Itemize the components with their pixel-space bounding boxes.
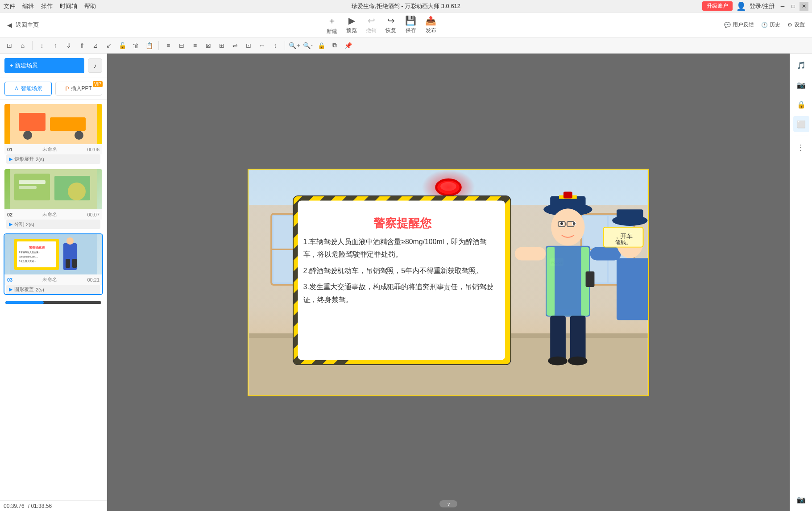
canvas-wrapper[interactable]: 警察提醒您 1.车辆驾驶人员血液中酒精含量≥80mg/100ml，即为醉酒驾车，… (107, 54, 790, 511)
feedback-button[interactable]: 💬 用户反馈 (724, 21, 754, 29)
t2-copy2[interactable]: ⧉ (329, 40, 340, 51)
preview-label: 预览 (346, 27, 357, 34)
t2-align-center[interactable]: ⊟ (176, 40, 187, 51)
t2-valign[interactable]: ⊠ (203, 40, 214, 51)
close-button[interactable]: ✕ (800, 2, 808, 11)
undo-button[interactable]: ↩ 撤销 (366, 15, 377, 34)
save-button[interactable]: 💾 保存 (405, 15, 416, 34)
scene01-duration: 00:06 (87, 147, 99, 152)
rs-camera-btn[interactable]: 📷 (793, 77, 809, 93)
t2-lock2[interactable]: 🔒 (315, 40, 327, 51)
rs-music-btn[interactable]: 🎵 (793, 57, 809, 73)
new-icon: ＋ (327, 15, 336, 27)
t2-paste[interactable]: 📌 (342, 40, 354, 51)
t2-align1[interactable]: ⊿ (90, 40, 101, 51)
menu-file[interactable]: 文件 (4, 2, 15, 10)
new-button[interactable]: ＋ 新建 (327, 15, 337, 35)
t2-zoom-out[interactable]: 🔍- (302, 40, 314, 51)
scene01-name: 未命名 (42, 146, 57, 153)
insert-ppt-label: 插入PPT (71, 85, 92, 92)
scene02-transition-duration: 2(s) (26, 222, 34, 227)
feedback-icon: 💬 (724, 22, 731, 28)
menu-right: 升级账户 👤 登录/注册 ─ □ ✕ (702, 1, 808, 11)
save-label: 保存 (406, 27, 416, 34)
history-label: 历史 (770, 21, 780, 29)
minimize-button[interactable]: ─ (778, 2, 787, 11)
rs-lock-btn[interactable]: 🔒 (793, 96, 809, 112)
svg-point-10 (68, 183, 86, 200)
t2-delete-btn[interactable]: 🗑 (130, 40, 141, 51)
menu-help[interactable]: 帮助 (84, 2, 96, 10)
music-button[interactable]: ♪ (88, 58, 102, 73)
canvas-area: 警察提醒您 1.车辆驾驶人员血液中酒精含量≥80mg/100ml，即为醉酒驾车，… (107, 54, 790, 511)
scene03-footer: 03 未命名 00:21 (4, 274, 102, 285)
t2-lock-btn[interactable]: 🔓 (116, 40, 128, 51)
t2-align-left[interactable]: ≡ (162, 40, 174, 51)
t2-align-right[interactable]: ≡ (189, 40, 201, 51)
scene03-thumbnail: 警察提醒您 1.车辆驾驶人员血液... 2.醉酒驾驶机动车... 3.发生重大交… (10, 234, 97, 274)
t2-sep2 (158, 41, 159, 50)
preview-button[interactable]: ▶ 预览 (346, 15, 357, 34)
back-home[interactable]: ◀ 返回主页 (7, 21, 39, 29)
menu-items: 文件 编辑 操作 时间轴 帮助 (4, 2, 96, 10)
scene-item-01[interactable]: 01 未命名 00:06 ▶ 矩形展开 2(s) (4, 103, 103, 165)
t2-flip[interactable]: ⇌ (229, 40, 241, 51)
scene03-num: 03 (7, 277, 12, 283)
sidebar-top: + 新建场景 ♪ (0, 54, 107, 78)
history-button[interactable]: 🕐 历史 (761, 21, 780, 29)
ai-scene-button[interactable]: Ａ 智能场景 (4, 82, 52, 96)
canvas-collapse-handle[interactable]: ∨ (439, 500, 457, 507)
back-home-label: 返回主页 (16, 21, 39, 29)
svg-rect-1 (19, 113, 46, 131)
upgrade-button[interactable]: 升级账户 (702, 1, 733, 11)
t2-down-btn[interactable]: ↓ (36, 40, 48, 51)
t2-move-btn[interactable]: ⌂ (17, 40, 29, 51)
settings-button[interactable]: ⚙ 设置 (787, 21, 805, 29)
t2-up-btn[interactable]: ↑ (50, 40, 61, 51)
svg-rect-9 (19, 186, 37, 189)
scene02-transition-name: 分割 (14, 221, 24, 228)
svg-point-86 (548, 356, 568, 365)
rs-sep1 (795, 136, 808, 136)
redo-button[interactable]: ↪ 恢复 (385, 15, 396, 34)
t2-select-btn[interactable]: ⊡ (4, 40, 15, 51)
svg-point-65 (551, 208, 584, 245)
menu-operate[interactable]: 操作 (41, 2, 53, 10)
svg-rect-78 (555, 247, 581, 316)
redo-icon: ↪ (387, 15, 395, 26)
publish-button[interactable]: 📤 发布 (425, 15, 436, 34)
login-button[interactable]: 登录/注册 (750, 2, 775, 10)
t2-distribute[interactable]: ⊞ (216, 40, 228, 51)
t2-top-btn[interactable]: ⇑ (76, 40, 88, 51)
insert-ppt-button[interactable]: P 插入PPT VIP (55, 82, 103, 96)
scene03-transition-duration: 2(s) (36, 287, 44, 292)
svg-rect-79 (547, 247, 555, 316)
scene02-footer: 02 未命名 00:07 (4, 209, 102, 220)
main-layout: + 新建场景 ♪ Ａ 智能场景 P 插入PPT VIP (0, 54, 812, 511)
scene-item-02[interactable]: 02 未命名 00:07 ▶ 分割 2(s) (4, 168, 103, 230)
t2-bottom-btn[interactable]: ⇓ (63, 40, 75, 51)
t2-group[interactable]: ⊡ (243, 40, 254, 51)
ai-icon: Ａ (14, 85, 19, 92)
t2-stretch[interactable]: ↔ (256, 40, 268, 51)
scene03-play-icon: ▶ (9, 287, 12, 292)
ai-scene-label: 智能场景 (21, 85, 42, 92)
menu-edit[interactable]: 编辑 (22, 2, 34, 10)
scene-item-03[interactable]: 警察提醒您 1.车辆驾驶人员血液... 2.醉酒驾驶机动车... 3.发生重大交… (4, 233, 103, 295)
undo-label: 撤销 (366, 27, 377, 34)
rs-screenshot-btn[interactable]: 📷 (793, 491, 809, 507)
scene-svg: 警察提醒您 1.车辆驾驶人员血液中酒精含量≥80mg/100ml，即为醉酒驾车，… (249, 170, 648, 395)
maximize-button[interactable]: □ (789, 2, 798, 11)
t2-sep3 (285, 41, 285, 50)
menu-timeline[interactable]: 时间轴 (60, 2, 77, 10)
window-controls: ─ □ ✕ (778, 2, 808, 11)
t2-arrow[interactable]: ↕ (269, 40, 281, 51)
svg-rect-82 (590, 247, 621, 260)
rs-more-btn[interactable]: ⋯ (793, 140, 809, 156)
t2-copy-btn[interactable]: 📋 (143, 40, 155, 51)
t2-zoom-in[interactable]: 🔍+ (289, 40, 300, 51)
svg-rect-84 (550, 316, 566, 360)
t2-align2[interactable]: ↙ (103, 40, 115, 51)
new-scene-button[interactable]: + 新建场景 (4, 58, 84, 73)
rs-active-btn[interactable]: ⬜ (793, 116, 809, 132)
